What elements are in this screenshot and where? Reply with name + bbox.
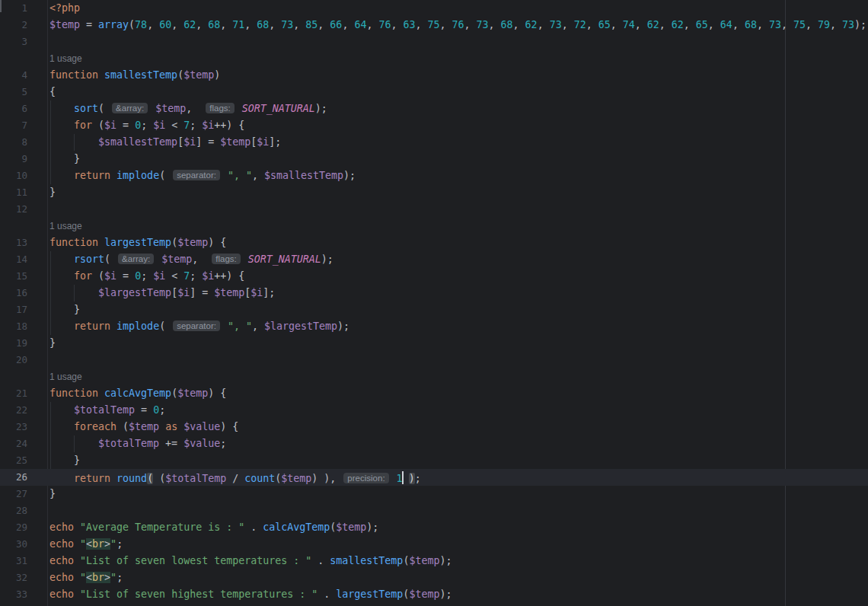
code-line-content[interactable]: echo "<br>"; bbox=[27, 569, 123, 586]
inlay-hint-line[interactable]: 1 usage bbox=[0, 50, 868, 67]
code-line-content[interactable]: return round( ($totalTemp / count($temp)… bbox=[27, 469, 421, 486]
code-line[interactable]: 6 sort( &array: $temp, flags: SORT_NATUR… bbox=[0, 100, 868, 117]
code-line-content[interactable]: echo "<br>"; bbox=[27, 536, 123, 553]
code-line[interactable]: 19} bbox=[0, 335, 868, 352]
code-line[interactable]: 27} bbox=[0, 486, 868, 502]
code-line[interactable]: 11} bbox=[0, 184, 868, 201]
code-line-content[interactable]: $totalTemp += $value; bbox=[27, 435, 226, 452]
code-line-content[interactable]: 1 usage bbox=[27, 368, 82, 385]
line-number[interactable]: 17 bbox=[0, 301, 27, 318]
code-line[interactable]: 14 rsort( &array: $temp, flags: SORT_NAT… bbox=[0, 251, 868, 268]
usage-hint[interactable]: 1 usage bbox=[49, 221, 82, 231]
line-number[interactable]: 22 bbox=[0, 402, 27, 419]
line-number[interactable]: 2 bbox=[0, 17, 27, 33]
line-number[interactable]: 31 bbox=[0, 553, 27, 569]
line-number[interactable]: 18 bbox=[0, 318, 27, 335]
code-line[interactable]: 15 for ($i = 0; $i < 7; $i++) { bbox=[0, 268, 868, 285]
line-number[interactable]: 30 bbox=[0, 536, 27, 553]
code-line[interactable]: 18 return implode( separator: ", ", $lar… bbox=[0, 318, 868, 335]
code-line[interactable]: 29echo "Average Temperature is : " . cal… bbox=[0, 519, 868, 536]
code-line-content[interactable]: } bbox=[27, 486, 56, 502]
line-number[interactable]: 21 bbox=[0, 385, 27, 402]
code-line-content[interactable]: } bbox=[27, 452, 80, 469]
code-line-content[interactable]: } bbox=[27, 151, 80, 167]
code-line-content[interactable]: foreach ($temp as $value) { bbox=[27, 419, 238, 435]
code-line-content[interactable]: echo "List of seven highest temperatures… bbox=[27, 586, 452, 603]
usage-hint[interactable]: 1 usage bbox=[49, 372, 82, 382]
line-number[interactable]: 1 bbox=[0, 0, 27, 17]
line-number[interactable]: 24 bbox=[0, 435, 27, 452]
line-number[interactable]: 11 bbox=[0, 184, 27, 201]
code-line-content[interactable]: } bbox=[27, 301, 80, 318]
code-line-content[interactable]: echo "List of seven lowest temperatures … bbox=[27, 553, 452, 569]
code-line[interactable]: 28 bbox=[0, 502, 868, 519]
code-line-content[interactable] bbox=[27, 201, 49, 218]
code-line-content[interactable]: 1 usage bbox=[27, 218, 82, 234]
code-line[interactable]: 25 } bbox=[0, 452, 868, 469]
code-line-content[interactable]: function largestTemp($temp) { bbox=[27, 234, 226, 251]
code-line[interactable]: 5{ bbox=[0, 84, 868, 100]
parameter-hint-chip[interactable]: precision: bbox=[343, 473, 388, 483]
parameter-hint-chip[interactable]: flags: bbox=[212, 254, 241, 264]
code-line-content[interactable]: sort( &array: $temp, flags: SORT_NATURAL… bbox=[27, 100, 327, 117]
code-line-content[interactable] bbox=[27, 33, 49, 50]
usage-hint[interactable]: 1 usage bbox=[49, 53, 82, 64]
line-number[interactable]: 10 bbox=[0, 167, 27, 184]
code-line[interactable]: 30echo "<br>"; bbox=[0, 536, 868, 553]
line-number[interactable]: 15 bbox=[0, 268, 27, 285]
line-number[interactable]: 6 bbox=[0, 100, 27, 117]
parameter-hint-chip[interactable]: flags: bbox=[206, 103, 235, 113]
line-number[interactable]: 12 bbox=[0, 201, 27, 218]
code-line[interactable]: 4function smallestTemp($temp) bbox=[0, 67, 868, 84]
code-line[interactable]: 32echo "<br>"; bbox=[0, 569, 868, 586]
code-line-content[interactable]: { bbox=[27, 84, 56, 100]
line-number[interactable]: 5 bbox=[0, 84, 27, 100]
code-line[interactable]: 22 $totalTemp = 0; bbox=[0, 402, 868, 419]
line-number[interactable]: 16 bbox=[0, 285, 27, 301]
code-line-content[interactable] bbox=[27, 352, 49, 368]
line-number[interactable]: 32 bbox=[0, 569, 27, 586]
code-line-content[interactable]: echo "Average Temperature is : " . calcA… bbox=[27, 519, 378, 536]
line-number[interactable]: 14 bbox=[0, 251, 27, 268]
parameter-hint-chip[interactable]: &array: bbox=[118, 254, 154, 264]
code-line[interactable]: 23 foreach ($temp as $value) { bbox=[0, 419, 868, 435]
line-number[interactable]: 29 bbox=[0, 519, 27, 536]
line-number[interactable]: 20 bbox=[0, 352, 27, 368]
line-number[interactable]: 26 bbox=[0, 469, 27, 486]
line-number[interactable]: 7 bbox=[0, 117, 27, 134]
code-line[interactable]: 21function calcAvgTemp($temp) { bbox=[0, 385, 868, 402]
inlay-hint-line[interactable]: 1 usage bbox=[0, 368, 868, 385]
code-line[interactable]: 3 bbox=[0, 33, 868, 50]
code-line-content[interactable]: return implode( separator: ", ", $larges… bbox=[27, 318, 349, 335]
code-line[interactable]: 13function largestTemp($temp) { bbox=[0, 234, 868, 251]
code-line[interactable]: 20 bbox=[0, 352, 868, 368]
code-line-content[interactable]: $temp = array(78, 60, 62, 68, 71, 68, 73… bbox=[27, 17, 866, 33]
code-line-content[interactable]: function smallestTemp($temp) bbox=[27, 67, 220, 84]
parameter-hint-chip[interactable]: &array: bbox=[112, 103, 148, 113]
code-line-content[interactable]: for ($i = 0; $i < 7; $i++) { bbox=[27, 117, 244, 134]
code-line[interactable]: 2$temp = array(78, 60, 62, 68, 71, 68, 7… bbox=[0, 17, 868, 33]
code-line-content[interactable]: <?php bbox=[27, 0, 80, 17]
inlay-hint-line[interactable]: 1 usage bbox=[0, 218, 868, 234]
line-number[interactable]: 13 bbox=[0, 234, 27, 251]
code-line[interactable]: 26 return round( ($totalTemp / count($te… bbox=[0, 469, 868, 486]
code-line-content[interactable]: } bbox=[27, 335, 56, 352]
code-line[interactable]: 8 $smallestTemp[$i] = $temp[$i]; bbox=[0, 134, 868, 151]
code-line[interactable]: 12 bbox=[0, 201, 868, 218]
code-line[interactable]: 24 $totalTemp += $value; bbox=[0, 435, 868, 452]
code-line-content[interactable]: 1 usage bbox=[27, 50, 82, 67]
parameter-hint-chip[interactable]: separator: bbox=[173, 321, 220, 331]
code-line-content[interactable]: $totalTemp = 0; bbox=[27, 402, 165, 419]
line-number[interactable]: 8 bbox=[0, 134, 27, 151]
code-line-content[interactable]: return implode( separator: ", ", $smalle… bbox=[27, 167, 356, 184]
code-editor[interactable]: 1<?php2$temp = array(78, 60, 62, 68, 71,… bbox=[0, 0, 868, 606]
line-number[interactable]: 19 bbox=[0, 335, 27, 352]
code-line[interactable]: 33echo "List of seven highest temperatur… bbox=[0, 586, 868, 603]
line-number[interactable]: 9 bbox=[0, 151, 27, 167]
code-line-content[interactable] bbox=[27, 502, 49, 519]
line-number[interactable]: 3 bbox=[0, 33, 27, 50]
line-number[interactable]: 4 bbox=[0, 67, 27, 84]
parameter-hint-chip[interactable]: separator: bbox=[173, 170, 220, 180]
code-line[interactable]: 10 return implode( separator: ", ", $sma… bbox=[0, 167, 868, 184]
code-line[interactable]: 31echo "List of seven lowest temperature… bbox=[0, 553, 868, 569]
